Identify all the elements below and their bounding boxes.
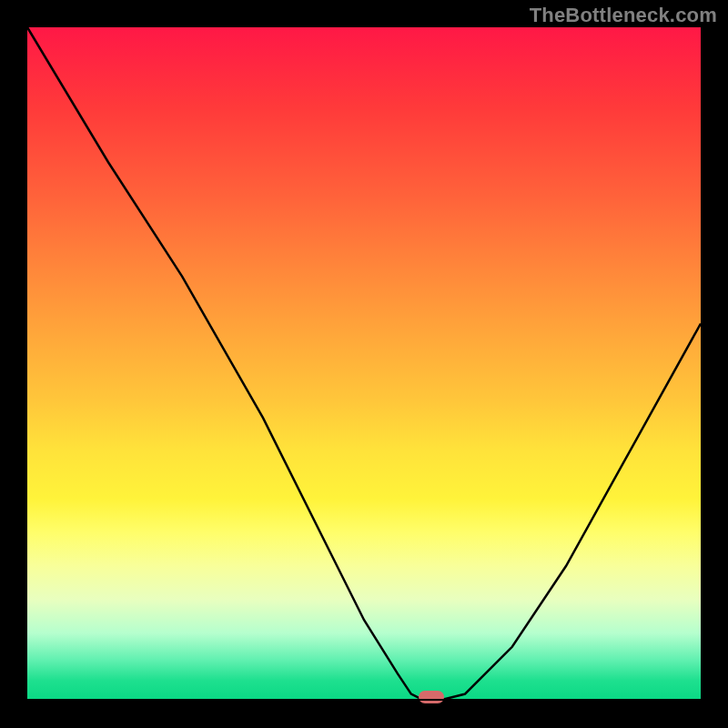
watermark-text: TheBottleneck.com [530,4,717,27]
x-axis-baseline [27,699,701,701]
bottleneck-curve [27,27,701,701]
curve-path [27,27,701,701]
plot-area [27,27,701,701]
optimum-marker [419,691,444,703]
chart-frame: TheBottleneck.com [0,0,728,728]
